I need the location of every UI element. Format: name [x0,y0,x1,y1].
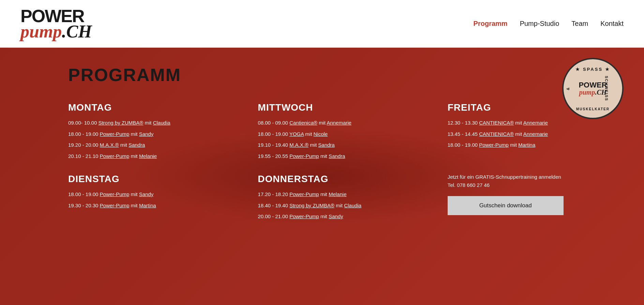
nav-team[interactable]: Team [571,20,588,28]
donnerstag-course-3[interactable]: Power-Pump [289,213,319,219]
freitag-course-2[interactable]: CANTIENICA® [479,131,514,137]
dienstag-item-1: 18.00 - 19.00 Power-Pump mit Sandy [68,191,244,198]
stamp-text-schweiss: SCHWEISS [605,76,609,101]
montag-item-4: 20.10 - 21.10 Power-Pump mit Melanie [68,152,244,160]
freitag-trainer-1[interactable]: Annemarie [523,120,548,126]
day-donnerstag: DONNERSTAG 17.20 - 18.20 Power-Pump mit … [258,174,434,221]
day-montag-title: MONTAG [68,102,244,113]
montag-trainer-1[interactable]: Claudia [153,120,170,126]
mittwoch-item-1: 08.00 - 09.00 Cantienica® mit Annemarie [258,119,434,127]
gratis-text: Jetzt für ein GRATIS-Schnuppertraining a… [448,173,564,189]
montag-time-4: 20.10 - 21.10 [68,153,98,159]
schedule-grid: MONTAG 09.00- 10.00 Strong by ZUMBA® mit… [68,102,624,234]
freitag-trainer-2[interactable]: Annemarie [523,131,548,137]
montag-trainer-2[interactable]: Sandy [139,131,154,137]
donnerstag-item-2: 18.40 - 19.40 Strong by ZUMBA® mit Claud… [258,202,434,210]
day-montag: MONTAG 09.00- 10.00 Strong by ZUMBA® mit… [68,102,244,160]
programm-content: PROGRAMM MONTAG 09.00- 10.00 Strong by Z… [0,48,644,255]
donnerstag-item-1: 17.20 - 18.20 Power-Pump mit Melanie [258,191,434,198]
freitag-time-2: 13.45 - 14.45 [448,131,478,137]
nav-kontakt[interactable]: Kontakt [600,20,624,28]
day-mittwoch: MITTWOCH 08.00 - 09.00 Cantienica® mit A… [258,102,434,160]
donnerstag-course-2[interactable]: Strong by ZUMBA® [289,203,334,208]
montag-course-1[interactable]: Strong by ZUMBA® [98,120,143,126]
mittwoch-time-2: 18.00 - 19.00 [258,131,288,137]
mittwoch-item-3: 19.10 - 19.40 M.A.X.® mit Sandra [258,141,434,149]
dienstag-item-2: 19.30 - 20.30 Power-Pump mit Martina [68,202,244,210]
montag-item-3: 19.20 - 20.00 M.A.X.® mit Sandra [68,141,244,149]
donnerstag-time-3: 20.00 - 21.00 [258,213,288,219]
donnerstag-time-2: 18.40 - 19.40 [258,203,288,208]
mittwoch-trainer-4[interactable]: Sandra [329,153,345,159]
dienstag-time-2: 19.30 - 20.30 [68,203,98,208]
donnerstag-trainer-3[interactable]: Sandy [329,213,343,219]
day-dienstag-title: DIENSTAG [68,174,244,184]
dienstag-trainer-2[interactable]: Martina [139,203,156,208]
mittwoch-trainer-2[interactable]: Nicole [314,131,328,137]
donnerstag-trainer-1[interactable]: Melanie [329,191,347,197]
montag-trainer-3[interactable]: Sandra [129,142,145,148]
mittwoch-course-4[interactable]: Power-Pump [289,153,319,159]
main-nav: Programm Pump-Studio Team Kontakt [474,20,624,28]
freitag-item-2: 13.45 - 14.45 CANTIENICA® mit Annemarie [448,130,624,138]
dienstag-trainer-1[interactable]: Sandy [139,191,154,197]
montag-trainer-4[interactable]: Melanie [139,153,157,159]
logo[interactable]: POWER pump .CH [20,7,92,41]
programm-section: ★ SPASS ★ SCHWEISS POWER pump.CH & MUSKE… [0,48,644,305]
mittwoch-time-4: 19.55 - 20.55 [258,153,288,159]
brand-stamp: ★ SPASS ★ SCHWEISS POWER pump.CH & MUSKE… [562,58,624,119]
mittwoch-item-2: 18.00 - 19.00 YOGA mit Nicole [258,130,434,138]
col-2: MITTWOCH 08.00 - 09.00 Cantienica® mit A… [258,102,434,234]
logo-ch: .CH [62,23,92,41]
dienstag-time-1: 18.00 - 19.00 [68,191,98,197]
col-1: MONTAG 09.00- 10.00 Strong by ZUMBA® mit… [68,102,244,234]
donnerstag-course-1[interactable]: Power-Pump [289,191,319,197]
nav-programm[interactable]: Programm [474,20,508,28]
mittwoch-time-1: 08.00 - 09.00 [258,120,288,126]
montag-time-2: 18.00 - 19.00 [68,131,98,137]
freitag-item-1: 12.30 - 13.30 CANTIENICA® mit Annemarie [448,119,624,127]
stamp-text-muskelkater: MUSKELKATER [576,107,610,111]
freitag-item-3: 18.00 - 19.00 Power-Pump mit Martina [448,141,624,149]
donnerstag-time-1: 17.20 - 18.20 [258,191,288,197]
mittwoch-course-2[interactable]: YOGA [289,131,304,137]
freitag-time-1: 12.30 - 13.30 [448,120,478,126]
stamp-text-spass: ★ SPASS ★ [575,67,610,72]
freitag-time-3: 18.00 - 19.00 [448,142,478,148]
montag-course-3[interactable]: M.A.X.® [100,142,119,148]
montag-time-1: 09.00- 10.00 [68,120,97,126]
mittwoch-item-4: 19.55 - 20.55 Power-Pump mit Sandra [258,152,434,160]
montag-time-3: 19.20 - 20.00 [68,142,98,148]
stamp-logo-power: POWER [579,81,607,89]
nav-pump-studio[interactable]: Pump-Studio [520,20,559,28]
montag-item-1: 09.00- 10.00 Strong by ZUMBA® mit Claudi… [68,119,244,127]
donnerstag-item-3: 20.00 - 21.00 Power-Pump mit Sandy [258,213,434,221]
dienstag-course-1[interactable]: Power-Pump [100,191,130,197]
mittwoch-trainer-1[interactable]: Annemarie [327,120,351,126]
day-dienstag: DIENSTAG 18.00 - 19.00 Power-Pump mit Sa… [68,174,244,209]
mittwoch-course-1[interactable]: Cantienica® [289,120,317,126]
donnerstag-trainer-2[interactable]: Claudia [344,203,361,208]
stamp-text-und: & [566,87,570,90]
dienstag-course-2[interactable]: Power-Pump [100,203,130,208]
col-3: FREITAG 12.30 - 13.30 CANTIENICA® mit An… [448,102,624,234]
day-mittwoch-title: MITTWOCH [258,102,434,113]
freitag-trainer-3[interactable]: Martina [518,142,535,148]
stamp-logo: POWER pump.CH [579,81,607,96]
logo-pump: pump [20,23,62,41]
montag-item-2: 18.00 - 19.00 Power-Pump mit Sandy [68,130,244,138]
mittwoch-time-3: 19.10 - 19.40 [258,142,288,148]
stamp-logo-pump: pump.CH [579,89,607,96]
mittwoch-trainer-3[interactable]: Sandra [318,142,334,148]
freitag-course-1[interactable]: CANTIENICA® [479,120,514,126]
site-header: POWER pump .CH Programm Pump-Studio Team… [0,0,644,48]
mittwoch-course-3[interactable]: M.A.X.® [289,142,309,148]
gutschein-button[interactable]: Gutschein download [448,196,564,215]
montag-course-2[interactable]: Power-Pump [100,131,130,137]
programm-title: PROGRAMM [68,65,624,85]
freitag-course-3[interactable]: Power-Pump [479,142,509,148]
day-donnerstag-title: DONNERSTAG [258,174,434,184]
montag-course-4[interactable]: Power-Pump [100,153,130,159]
